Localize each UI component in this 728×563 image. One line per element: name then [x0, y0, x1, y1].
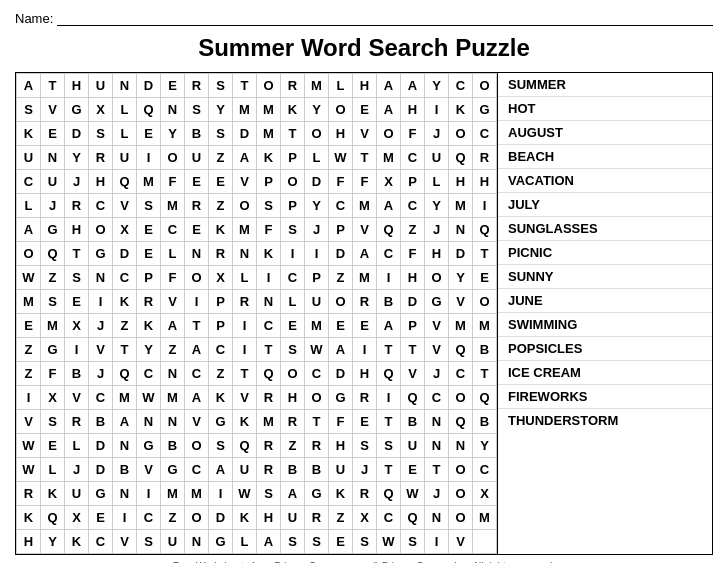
grid-cell: O	[449, 506, 473, 530]
grid-cell: S	[257, 482, 281, 506]
grid-cell: B	[473, 410, 497, 434]
grid-cell: S	[41, 290, 65, 314]
grid-cell: K	[113, 290, 137, 314]
grid-cell	[473, 530, 497, 554]
grid-cell: S	[377, 434, 401, 458]
grid-cell: Q	[41, 506, 65, 530]
grid-cell: N	[41, 146, 65, 170]
grid-cell: R	[137, 290, 161, 314]
grid-cell: H	[449, 170, 473, 194]
grid-cell: L	[305, 146, 329, 170]
grid-cell: A	[233, 146, 257, 170]
word-list-item: SUNNY	[498, 265, 712, 289]
grid-cell: C	[305, 362, 329, 386]
grid-cell: R	[209, 242, 233, 266]
grid-cell: Y	[209, 98, 233, 122]
grid-cell: Q	[377, 362, 401, 386]
grid-cell: I	[377, 386, 401, 410]
grid-cell: G	[89, 482, 113, 506]
grid-cell: Y	[473, 434, 497, 458]
grid-cell: K	[329, 482, 353, 506]
grid-cell: S	[281, 338, 305, 362]
grid-cell: V	[233, 170, 257, 194]
grid-cell: C	[449, 362, 473, 386]
grid-cell: C	[425, 386, 449, 410]
grid-cell: L	[113, 122, 137, 146]
grid-cell: J	[425, 218, 449, 242]
grid-cell: J	[65, 170, 89, 194]
grid-cell: I	[65, 338, 89, 362]
grid-cell: O	[377, 122, 401, 146]
grid-cell: G	[425, 290, 449, 314]
grid-cell: E	[185, 170, 209, 194]
grid-cell: G	[209, 410, 233, 434]
grid-cell: C	[449, 74, 473, 98]
grid-cell: L	[161, 242, 185, 266]
grid-cell: S	[65, 266, 89, 290]
grid-cell: V	[137, 458, 161, 482]
grid-cell: R	[89, 146, 113, 170]
grid-cell: O	[89, 218, 113, 242]
grid-cell: A	[353, 242, 377, 266]
grid-cell: I	[377, 266, 401, 290]
grid-cell: O	[161, 146, 185, 170]
grid-cell: A	[185, 338, 209, 362]
grid-cell: M	[161, 386, 185, 410]
grid-cell: C	[137, 506, 161, 530]
grid-cell: U	[17, 146, 41, 170]
grid-cell: M	[473, 314, 497, 338]
grid-cell: K	[281, 98, 305, 122]
grid-cell: E	[185, 218, 209, 242]
grid-cell: H	[401, 98, 425, 122]
grid-cell: D	[137, 74, 161, 98]
grid-cell: R	[257, 458, 281, 482]
grid-cell: S	[305, 530, 329, 554]
grid-cell: U	[401, 434, 425, 458]
grid-cell: H	[353, 74, 377, 98]
grid-cell: L	[65, 434, 89, 458]
grid-cell: I	[425, 98, 449, 122]
grid-cell: Z	[401, 218, 425, 242]
grid-cell: I	[233, 338, 257, 362]
word-list-item: POPSICLES	[498, 337, 712, 361]
grid-cell: J	[65, 458, 89, 482]
grid-cell: A	[161, 314, 185, 338]
grid-cell: X	[65, 314, 89, 338]
grid-cell: R	[305, 434, 329, 458]
grid-cell: C	[377, 506, 401, 530]
grid-cell: H	[425, 242, 449, 266]
grid-cell: D	[305, 170, 329, 194]
grid-cell: M	[113, 386, 137, 410]
grid-cell: O	[257, 74, 281, 98]
grid-cell: J	[305, 218, 329, 242]
grid-cell: M	[353, 194, 377, 218]
grid-cell: F	[161, 170, 185, 194]
grid-cell: F	[257, 218, 281, 242]
grid-cell: V	[113, 194, 137, 218]
grid-cell: A	[257, 530, 281, 554]
grid-cell: U	[185, 146, 209, 170]
grid-cell: F	[329, 170, 353, 194]
grid-cell: A	[377, 98, 401, 122]
grid-cell: Q	[41, 242, 65, 266]
grid-cell: M	[161, 482, 185, 506]
grid-cell: I	[257, 266, 281, 290]
grid-cell: T	[233, 74, 257, 98]
grid-cell: R	[185, 74, 209, 98]
grid-cell: Q	[473, 386, 497, 410]
grid-cell: T	[377, 458, 401, 482]
grid-cell: O	[185, 506, 209, 530]
grid-cell: O	[449, 122, 473, 146]
grid-cell: O	[329, 290, 353, 314]
grid-cell: C	[257, 314, 281, 338]
grid-cell: Z	[41, 266, 65, 290]
grid-cell: W	[401, 482, 425, 506]
grid-cell: J	[41, 194, 65, 218]
grid-cell: S	[353, 434, 377, 458]
name-underline[interactable]	[57, 10, 713, 26]
grid-cell: B	[281, 458, 305, 482]
grid-cell: V	[425, 338, 449, 362]
grid-cell: U	[233, 458, 257, 482]
grid-cell: F	[353, 170, 377, 194]
grid-cell: I	[137, 482, 161, 506]
